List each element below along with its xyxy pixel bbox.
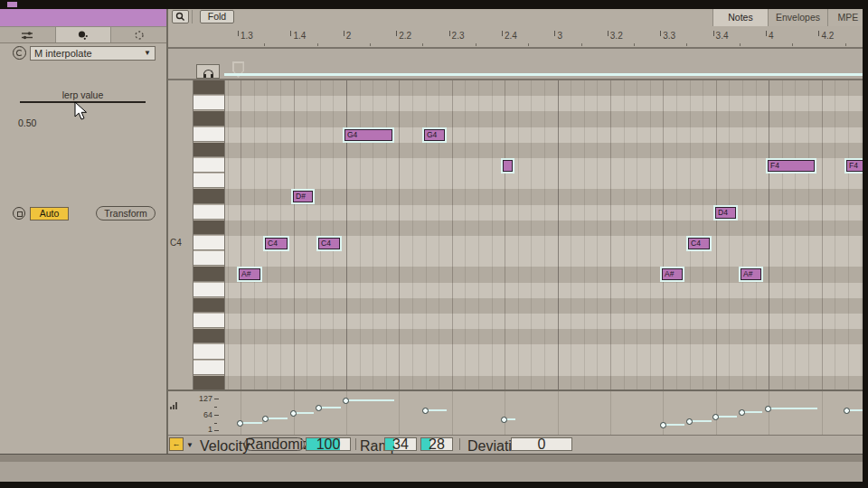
- ramp-a-value: 34: [392, 437, 409, 451]
- tab-device[interactable]: [56, 27, 112, 42]
- search-icon: [175, 12, 185, 22]
- midi-note-F4[interactable]: F4: [768, 160, 815, 172]
- sliders-icon: [21, 31, 33, 40]
- piano-key-A4[interactable]: [193, 96, 224, 110]
- beat-time-ruler[interactable]: [168, 27, 863, 49]
- piano-key-G#4[interactable]: [193, 111, 224, 126]
- grid-line: [676, 80, 677, 391]
- window-top-strip: [0, 0, 868, 9]
- grid-row-G#3: [224, 298, 863, 314]
- grid-line: [782, 80, 783, 391]
- piano-key-B3[interactable]: [193, 251, 224, 266]
- piano-key-A#4[interactable]: [193, 80, 224, 95]
- grid-line: [822, 80, 823, 391]
- lane-chooser-arrow-icon[interactable]: ▼: [186, 441, 193, 449]
- lane-label: Velocity: [200, 438, 250, 455]
- lane-fold-button[interactable]: ←: [169, 437, 184, 451]
- transform-button[interactable]: Transform: [96, 206, 156, 221]
- device-selector[interactable]: M interpolate ▼: [30, 46, 156, 61]
- tab-envelopes[interactable]: Envelopes: [768, 9, 827, 26]
- midi-note-C4[interactable]: C4: [265, 238, 288, 249]
- velocity-lane[interactable]: [168, 391, 863, 435]
- grid-row-F4: [224, 158, 863, 174]
- piano-key-F#3[interactable]: [193, 329, 224, 343]
- piano-key-C4[interactable]: [193, 236, 224, 250]
- tab-io[interactable]: [0, 27, 56, 42]
- auto-toggle-button[interactable]: Auto: [30, 207, 69, 221]
- piano-key-G3[interactable]: [193, 314, 224, 328]
- grid-row-G3: [224, 314, 863, 329]
- midi-note-D#4[interactable]: D#: [293, 191, 313, 202]
- loop-bar[interactable]: [224, 73, 863, 76]
- piano-key-E4[interactable]: [193, 174, 224, 188]
- piano-key-F3[interactable]: [193, 344, 224, 359]
- grid-line: [399, 80, 400, 391]
- piano-key-D4[interactable]: [193, 205, 224, 220]
- grid-line: [280, 80, 281, 391]
- grid-line: [478, 80, 479, 391]
- piano-key-F4[interactable]: [193, 158, 224, 173]
- grid-line: [637, 80, 637, 391]
- tab-notes[interactable]: Notes: [712, 9, 768, 26]
- midi-note-A#3[interactable]: A#: [741, 268, 761, 280]
- grid-line: [835, 80, 835, 391]
- grid-line: [544, 80, 545, 391]
- grid-row-A#3: [224, 267, 863, 282]
- ramp-a-field[interactable]: 34: [384, 437, 417, 451]
- grid-line: [307, 80, 307, 391]
- clip-color-chip: [7, 2, 17, 7]
- grid-line: [624, 80, 625, 391]
- grid-line: [505, 80, 505, 391]
- grid-border: [224, 80, 225, 391]
- randomize-button[interactable]: Randomize: [244, 437, 305, 451]
- search-button[interactable]: [172, 10, 189, 23]
- device-title-bar[interactable]: [0, 9, 167, 27]
- grid-line: [386, 80, 387, 391]
- midi-note-A#3[interactable]: A#: [662, 268, 683, 280]
- mouse-cursor: [74, 101, 89, 121]
- grid-line: [228, 80, 229, 391]
- lerp-value-readout[interactable]: 0.50: [18, 117, 36, 128]
- midi-note-F4[interactable]: [503, 160, 513, 172]
- grid-line: [412, 80, 413, 391]
- grid-line: [729, 80, 730, 391]
- midi-note-G4[interactable]: G4: [344, 129, 392, 141]
- piano-key-D#4[interactable]: [193, 189, 224, 203]
- ableton-midi-editor-window: M interpolate ▼ lerp value 0.50 Auto Tra…: [0, 0, 868, 488]
- hot-swap-icon[interactable]: [13, 46, 26, 60]
- midi-note-D4[interactable]: D4: [715, 207, 736, 219]
- param-label: lerp value: [20, 89, 146, 100]
- midi-note-C4[interactable]: C4: [318, 238, 340, 249]
- midi-note-A#3[interactable]: A#: [239, 268, 260, 280]
- piano-key-F#4[interactable]: [193, 143, 224, 157]
- grid-row-F#3: [224, 329, 863, 344]
- piano-key-C#4[interactable]: [193, 221, 224, 235]
- fold-button[interactable]: Fold: [200, 10, 234, 23]
- grid-line: [531, 80, 532, 391]
- grid-row-F3: [224, 344, 863, 360]
- bar-divider: [459, 438, 460, 450]
- ramp-b-field[interactable]: 28: [420, 437, 453, 451]
- grid-line: [769, 80, 769, 391]
- grid-line: [650, 80, 651, 391]
- grid-line: [597, 80, 598, 391]
- piano-key-G#3[interactable]: [193, 298, 224, 313]
- midi-note-G4[interactable]: G4: [424, 129, 445, 141]
- repeat-icon[interactable]: [13, 207, 25, 220]
- tab-modulation[interactable]: [111, 27, 167, 42]
- piano-key-G4[interactable]: [193, 127, 224, 142]
- grid-row-D#4: [224, 189, 863, 204]
- randomize-amount-field[interactable]: 100: [306, 437, 351, 451]
- preview-button[interactable]: [196, 64, 220, 79]
- grid-row-C#4: [224, 221, 863, 236]
- deviation-field[interactable]: 0: [511, 437, 572, 451]
- piano-key-A3[interactable]: [193, 283, 224, 297]
- piano-key-D#3[interactable]: [193, 376, 224, 390]
- window-right-edge: [863, 0, 868, 482]
- grid-line: [848, 80, 849, 391]
- piano-key-A#3[interactable]: [193, 267, 224, 281]
- midi-note-C4[interactable]: C4: [688, 238, 710, 249]
- grid-row-A3: [224, 283, 863, 298]
- piano-key-E3[interactable]: [193, 361, 224, 375]
- chevron-down-icon: ▼: [144, 47, 151, 60]
